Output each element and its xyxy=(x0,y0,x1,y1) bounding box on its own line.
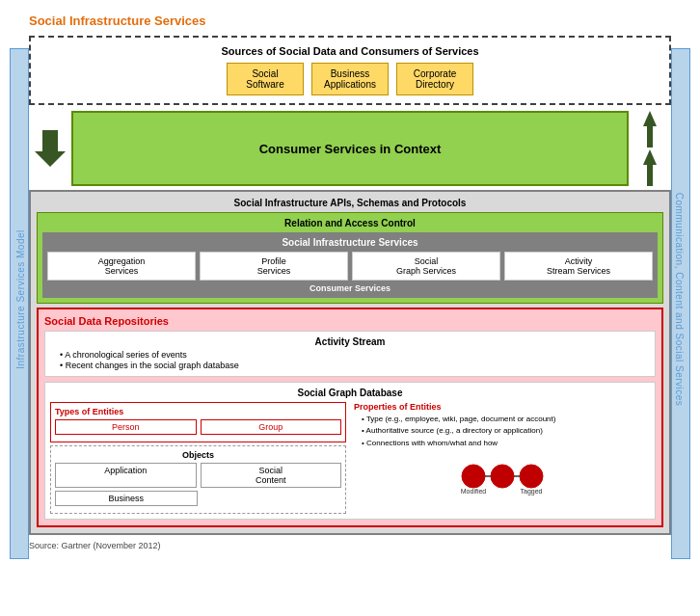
source-note: Source: Gartner (November 2012) xyxy=(29,541,671,550)
up-arrow-right-svg xyxy=(643,149,657,186)
social-infra-title: Social Infrastructure Services xyxy=(47,237,653,248)
service-aggregation: Aggregation Services xyxy=(47,252,196,281)
graph-right: Properties of Entities • Type (e.g., emp… xyxy=(354,402,650,514)
activity-bullet-0: • A chronological series of events xyxy=(60,350,650,360)
source-item-corporate: Corporate Directory xyxy=(396,63,473,95)
property-0: • Type (e.g., employee, wiki, page, docu… xyxy=(362,415,650,424)
svg-marker-2 xyxy=(643,149,657,186)
outer-wrapper: Infrastructure Services Model Communicat… xyxy=(10,10,690,606)
down-arrow-svg xyxy=(35,130,66,167)
objects-row-1: Business xyxy=(55,491,341,506)
entity-types-row: Person Group xyxy=(55,419,341,435)
sources-box: Sources of Social Data and Consumers of … xyxy=(29,36,671,105)
source-item-business: Business Applications xyxy=(311,63,389,95)
svg-point-4 xyxy=(491,465,514,488)
arrows-consumer-section: Consumer Services in Context xyxy=(29,111,671,186)
sources-title: Sources of Social Data and Consumers of … xyxy=(39,45,661,57)
svg-text:Tagged: Tagged xyxy=(520,488,542,495)
relationship-svg: Modified Tagged xyxy=(449,452,555,500)
relation-title: Relation and Access Control xyxy=(42,218,658,228)
svg-text:Modified: Modified xyxy=(460,488,486,495)
object-social-content: SocialContent xyxy=(201,463,342,488)
services-row: Aggregation Services Profile Services So… xyxy=(47,252,653,281)
up-arrow-left-svg xyxy=(643,111,657,147)
svg-marker-0 xyxy=(35,130,66,167)
relation-box: Relation and Access Control Social Infra… xyxy=(37,212,663,304)
property-2: • Connections with whom/what and how xyxy=(362,439,650,448)
entity-types-title: Types of Entities xyxy=(55,407,341,416)
social-infra-box: Social Infrastructure Services Aggregati… xyxy=(42,232,658,298)
svg-point-5 xyxy=(520,465,543,488)
left-side-label: Infrastructure Services Model xyxy=(10,58,31,540)
sources-items: Social Software Business Applications Co… xyxy=(39,63,661,95)
green-arrow-down xyxy=(29,111,71,186)
graph-left: Types of Entities Person Group Objects A… xyxy=(50,402,346,514)
social-data-title: Social Data Repositories xyxy=(44,315,656,327)
entity-group: Group xyxy=(201,419,342,435)
consumer-services-label: Consumer Services xyxy=(47,283,653,293)
social-data-box: Social Data Repositories Activity Stream… xyxy=(37,308,663,527)
infra-outer-box: Social Infrastructure APIs, Schemas and … xyxy=(29,190,671,535)
activity-bullet-1: • Recent changes in the social graph dat… xyxy=(60,361,650,370)
svg-point-3 xyxy=(462,465,485,488)
page-title: Social Infrastructure Services xyxy=(29,13,671,28)
right-side-label: Communication, Content and Social Servic… xyxy=(669,58,690,540)
green-arrows-up xyxy=(629,111,671,186)
svg-marker-1 xyxy=(643,111,657,147)
service-profile: Profile Services xyxy=(200,252,348,281)
activity-stream-title: Activity Stream xyxy=(50,336,650,347)
property-1: • Authoritative source (e.g., a director… xyxy=(362,426,650,436)
source-item-social: Social Software xyxy=(227,63,304,95)
graph-content: Types of Entities Person Group Objects A… xyxy=(50,402,650,514)
properties-title: Properties of Entities xyxy=(354,402,650,412)
main-content: Social Infrastructure Services Sources o… xyxy=(29,10,671,587)
social-graph-section: Social Graph Database Types of Entities … xyxy=(44,382,656,520)
social-graph-title: Social Graph Database xyxy=(50,388,650,398)
objects-row-0: Application SocialContent xyxy=(55,463,341,488)
object-application: Application xyxy=(55,463,197,488)
entity-person: Person xyxy=(55,419,197,435)
service-social-graph: Social Graph Services xyxy=(352,252,500,281)
entity-types-box: Types of Entities Person Group xyxy=(50,402,346,442)
graph-diagram: Modified Tagged xyxy=(354,452,650,500)
objects-title: Objects xyxy=(55,450,341,460)
activity-stream-section: Activity Stream • A chronological series… xyxy=(44,331,656,377)
object-business: Business xyxy=(55,491,198,506)
service-activity-stream: Activity Stream Services xyxy=(504,252,653,281)
infra-apis-title: Social Infrastructure APIs, Schemas and … xyxy=(37,198,663,208)
object-empty xyxy=(202,491,342,506)
objects-box: Objects Application SocialContent Busine… xyxy=(50,445,346,514)
consumer-services-box: Consumer Services in Context xyxy=(71,111,629,186)
